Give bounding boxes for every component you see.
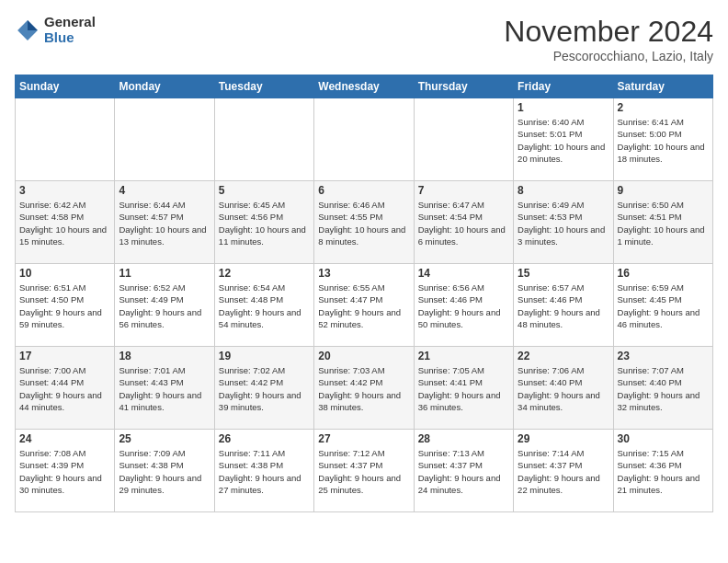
day-of-week-header: Wednesday xyxy=(314,75,414,98)
day-number: 5 xyxy=(219,184,310,197)
calendar-cell: 18Sunrise: 7:01 AMSunset: 4:43 PMDayligh… xyxy=(115,347,214,430)
day-info: Sunrise: 6:42 AMSunset: 4:58 PMDaylight:… xyxy=(19,199,110,247)
day-number: 23 xyxy=(618,350,709,362)
day-number: 6 xyxy=(318,184,409,197)
day-number: 10 xyxy=(19,267,110,280)
day-info: Sunrise: 7:06 AMSunset: 4:40 PMDaylight:… xyxy=(518,364,609,413)
day-of-week-header: Friday xyxy=(514,75,613,98)
calendar-cell: 10Sunrise: 6:51 AMSunset: 4:50 PMDayligh… xyxy=(16,264,115,347)
calendar-cell: 1Sunrise: 6:40 AMSunset: 5:01 PMDaylight… xyxy=(514,98,613,181)
day-number: 24 xyxy=(19,432,110,445)
day-info: Sunrise: 6:46 AMSunset: 4:55 PMDaylight:… xyxy=(318,199,409,247)
day-info: Sunrise: 6:54 AMSunset: 4:48 PMDaylight:… xyxy=(219,282,310,330)
month-title: November 2024 xyxy=(504,15,713,49)
day-number: 11 xyxy=(119,267,210,280)
calendar-cell: 3Sunrise: 6:42 AMSunset: 4:58 PMDaylight… xyxy=(16,181,115,264)
calendar-cell: 9Sunrise: 6:50 AMSunset: 4:51 PMDaylight… xyxy=(613,181,712,264)
day-of-week-header: Sunday xyxy=(16,75,115,98)
day-number: 14 xyxy=(418,267,509,280)
calendar-week-row: 3Sunrise: 6:42 AMSunset: 4:58 PMDaylight… xyxy=(16,181,713,264)
calendar-cell xyxy=(214,98,313,181)
day-info: Sunrise: 7:01 AMSunset: 4:43 PMDaylight:… xyxy=(119,364,210,413)
calendar-cell: 5Sunrise: 6:45 AMSunset: 4:56 PMDaylight… xyxy=(214,181,313,264)
day-info: Sunrise: 6:52 AMSunset: 4:49 PMDaylight:… xyxy=(119,282,210,330)
calendar-cell: 15Sunrise: 6:57 AMSunset: 4:46 PMDayligh… xyxy=(514,264,613,347)
location-subtitle: Pescorocchiano, Lazio, Italy xyxy=(504,49,713,63)
day-number: 16 xyxy=(618,267,709,280)
day-number: 2 xyxy=(618,101,709,114)
logo-text: General Blue xyxy=(44,15,96,45)
day-number: 21 xyxy=(418,350,509,362)
day-number: 26 xyxy=(219,432,310,445)
day-number: 9 xyxy=(618,184,709,197)
day-number: 28 xyxy=(418,432,509,445)
calendar-cell: 12Sunrise: 6:54 AMSunset: 4:48 PMDayligh… xyxy=(214,264,313,347)
day-info: Sunrise: 6:55 AMSunset: 4:47 PMDaylight:… xyxy=(318,282,409,330)
day-info: Sunrise: 7:13 AMSunset: 4:37 PMDaylight:… xyxy=(418,447,509,496)
svg-marker-2 xyxy=(28,20,38,30)
day-number: 25 xyxy=(119,432,210,445)
calendar-cell: 22Sunrise: 7:06 AMSunset: 4:40 PMDayligh… xyxy=(514,347,613,430)
page-header: General Blue November 2024 Pescorocchian… xyxy=(15,15,713,63)
calendar-cell: 24Sunrise: 7:08 AMSunset: 4:39 PMDayligh… xyxy=(16,430,115,512)
day-info: Sunrise: 7:08 AMSunset: 4:39 PMDaylight:… xyxy=(19,447,110,496)
day-number: 29 xyxy=(518,432,609,445)
day-info: Sunrise: 6:56 AMSunset: 4:46 PMDaylight:… xyxy=(418,282,509,330)
calendar-cell xyxy=(115,98,214,181)
day-info: Sunrise: 6:50 AMSunset: 4:51 PMDaylight:… xyxy=(618,199,709,247)
day-number: 18 xyxy=(119,350,210,362)
day-number: 1 xyxy=(518,101,609,114)
calendar-cell: 21Sunrise: 7:05 AMSunset: 4:41 PMDayligh… xyxy=(414,347,513,430)
calendar-cell: 26Sunrise: 7:11 AMSunset: 4:38 PMDayligh… xyxy=(214,430,313,512)
day-info: Sunrise: 7:02 AMSunset: 4:42 PMDaylight:… xyxy=(219,364,310,413)
logo-icon xyxy=(15,17,40,43)
calendar-table: SundayMondayTuesdayWednesdayThursdayFrid… xyxy=(15,75,713,512)
day-info: Sunrise: 6:45 AMSunset: 4:56 PMDaylight:… xyxy=(219,199,310,247)
day-info: Sunrise: 7:03 AMSunset: 4:42 PMDaylight:… xyxy=(318,364,409,413)
calendar-cell xyxy=(314,98,414,181)
day-number: 12 xyxy=(219,267,310,280)
day-info: Sunrise: 7:00 AMSunset: 4:44 PMDaylight:… xyxy=(19,364,110,413)
day-info: Sunrise: 6:51 AMSunset: 4:50 PMDaylight:… xyxy=(19,282,110,330)
calendar-cell xyxy=(16,98,115,181)
calendar-cell: 7Sunrise: 6:47 AMSunset: 4:54 PMDaylight… xyxy=(414,181,513,264)
calendar-cell: 29Sunrise: 7:14 AMSunset: 4:37 PMDayligh… xyxy=(514,430,613,512)
calendar-cell: 14Sunrise: 6:56 AMSunset: 4:46 PMDayligh… xyxy=(414,264,513,347)
day-info: Sunrise: 7:15 AMSunset: 4:36 PMDaylight:… xyxy=(618,447,709,496)
calendar-week-row: 10Sunrise: 6:51 AMSunset: 4:50 PMDayligh… xyxy=(16,264,713,347)
calendar-cell: 4Sunrise: 6:44 AMSunset: 4:57 PMDaylight… xyxy=(115,181,214,264)
calendar-cell: 8Sunrise: 6:49 AMSunset: 4:53 PMDaylight… xyxy=(514,181,613,264)
calendar-cell: 11Sunrise: 6:52 AMSunset: 4:49 PMDayligh… xyxy=(115,264,214,347)
day-of-week-header: Tuesday xyxy=(214,75,313,98)
day-number: 13 xyxy=(318,267,409,280)
calendar-cell: 2Sunrise: 6:41 AMSunset: 5:00 PMDaylight… xyxy=(613,98,712,181)
day-info: Sunrise: 6:49 AMSunset: 4:53 PMDaylight:… xyxy=(518,199,609,247)
calendar-cell: 6Sunrise: 6:46 AMSunset: 4:55 PMDaylight… xyxy=(314,181,414,264)
day-info: Sunrise: 6:59 AMSunset: 4:45 PMDaylight:… xyxy=(618,282,709,330)
day-number: 4 xyxy=(119,184,210,197)
day-info: Sunrise: 6:57 AMSunset: 4:46 PMDaylight:… xyxy=(518,282,609,330)
calendar-week-row: 17Sunrise: 7:00 AMSunset: 4:44 PMDayligh… xyxy=(16,347,713,430)
day-info: Sunrise: 6:47 AMSunset: 4:54 PMDaylight:… xyxy=(418,199,509,247)
calendar-cell: 23Sunrise: 7:07 AMSunset: 4:40 PMDayligh… xyxy=(613,347,712,430)
day-of-week-header: Saturday xyxy=(613,75,712,98)
calendar-cell: 30Sunrise: 7:15 AMSunset: 4:36 PMDayligh… xyxy=(613,430,712,512)
calendar-cell: 27Sunrise: 7:12 AMSunset: 4:37 PMDayligh… xyxy=(314,430,414,512)
day-info: Sunrise: 6:41 AMSunset: 5:00 PMDaylight:… xyxy=(618,116,709,165)
day-info: Sunrise: 7:05 AMSunset: 4:41 PMDaylight:… xyxy=(418,364,509,413)
day-number: 8 xyxy=(518,184,609,197)
logo-blue: Blue xyxy=(44,30,96,46)
day-number: 22 xyxy=(518,350,609,362)
calendar-cell: 28Sunrise: 7:13 AMSunset: 4:37 PMDayligh… xyxy=(414,430,513,512)
day-info: Sunrise: 6:44 AMSunset: 4:57 PMDaylight:… xyxy=(119,199,210,247)
calendar-cell: 17Sunrise: 7:00 AMSunset: 4:44 PMDayligh… xyxy=(16,347,115,430)
logo-general: General xyxy=(44,15,96,30)
logo: General Blue xyxy=(15,15,96,45)
day-number: 17 xyxy=(19,350,110,362)
calendar-cell: 13Sunrise: 6:55 AMSunset: 4:47 PMDayligh… xyxy=(314,264,414,347)
calendar-cell: 25Sunrise: 7:09 AMSunset: 4:38 PMDayligh… xyxy=(115,430,214,512)
day-info: Sunrise: 7:14 AMSunset: 4:37 PMDaylight:… xyxy=(518,447,609,496)
day-info: Sunrise: 6:40 AMSunset: 5:01 PMDaylight:… xyxy=(518,116,609,165)
calendar-week-row: 1Sunrise: 6:40 AMSunset: 5:01 PMDaylight… xyxy=(16,98,713,181)
day-number: 20 xyxy=(318,350,409,362)
